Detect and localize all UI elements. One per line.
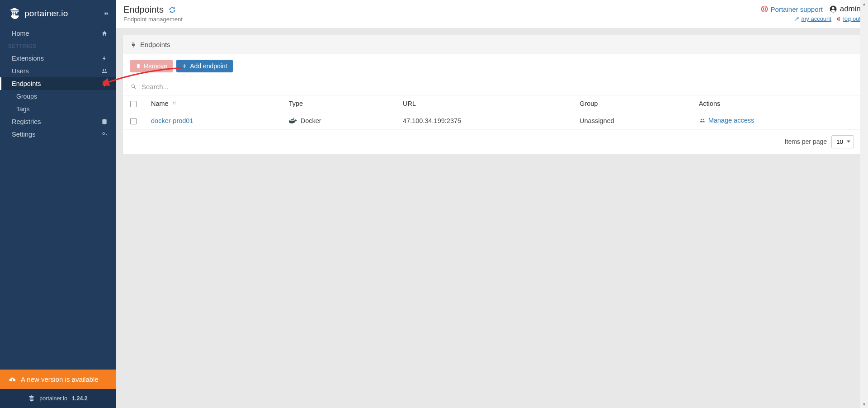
sidebar-item-label: Users [12, 67, 29, 75]
footer-version: 1.24.2 [72, 395, 88, 402]
user-badge: admin [829, 5, 861, 14]
endpoint-url: 47.100.34.199:2375 [403, 117, 461, 124]
log-out-link[interactable]: log out [836, 15, 861, 22]
panel-title: Endpoints [140, 41, 170, 48]
cogs-icon [101, 131, 108, 138]
table-header-row: Name Type URL Group Actions [123, 95, 861, 112]
life-ring-icon [761, 5, 768, 13]
scroll-up-icon[interactable]: ▲ [860, 0, 868, 8]
sidebar-footer: portainer.io 1.24.2 [0, 389, 116, 408]
plus-icon [182, 63, 187, 69]
trash-icon [136, 63, 141, 69]
add-endpoint-button[interactable]: Add endpoint [176, 60, 233, 72]
sidebar-item-label: Extensions [12, 55, 44, 62]
portainer-logo-icon [9, 6, 21, 21]
user-circle-icon [829, 5, 837, 13]
sidebar-toggle-icon[interactable] [103, 10, 110, 17]
toolbar: Remove Add endpoint [123, 54, 861, 78]
username: admin [840, 5, 861, 14]
search-input[interactable] [142, 83, 854, 90]
col-actions: Actions [692, 95, 861, 112]
content: Endpoints Remove Add endpoint [116, 28, 868, 161]
endpoint-group: Unassigned [580, 117, 614, 124]
row-checkbox[interactable] [130, 118, 137, 124]
sidebar-item-registries[interactable]: Registries [0, 115, 116, 128]
update-notice-label: A new version is available [21, 375, 99, 383]
wrench-icon [794, 16, 799, 22]
items-per-page-select[interactable]: 10 [831, 135, 854, 148]
col-group[interactable]: Group [572, 95, 692, 112]
endpoints-table: Name Type URL Group Actions [123, 95, 861, 130]
users-icon [101, 68, 108, 74]
sidebar-item-label: Settings [12, 131, 35, 138]
database-icon [101, 119, 108, 125]
main: Endpoints Endpoint management Portainer … [116, 0, 868, 408]
sidebar-section-settings: SETTINGS [0, 40, 116, 52]
endpoint-name-link[interactable]: docker-prod01 [151, 117, 193, 124]
page-subtitle: Endpoint management [123, 16, 183, 23]
sidebar-item-tags[interactable]: Tags [0, 103, 116, 115]
sidebar-item-groups[interactable]: Groups [0, 90, 116, 103]
sign-out-icon [836, 16, 841, 22]
support-link-label: Portainer support [771, 5, 823, 13]
search-row [123, 78, 861, 95]
sidebar-item-endpoints[interactable]: Endpoints [0, 77, 116, 90]
sidebar-item-label: Registries [12, 118, 41, 125]
brand-logo[interactable]: portainer.io [0, 0, 116, 27]
sidebar-item-label: Home [12, 30, 29, 37]
header: Endpoints Endpoint management Portainer … [116, 0, 868, 28]
cloud-download-icon [8, 376, 16, 383]
brand-name: portainer.io [24, 9, 68, 19]
plug-icon [101, 81, 108, 87]
update-notice[interactable]: A new version is available [0, 370, 116, 389]
col-url[interactable]: URL [396, 95, 572, 112]
users-icon [699, 118, 706, 123]
sidebar-item-extensions[interactable]: Extensions [0, 52, 116, 65]
home-icon [101, 30, 108, 37]
sidebar: portainer.io Home SETTINGS Extensions Us… [0, 0, 116, 408]
support-link[interactable]: Portainer support [761, 5, 823, 13]
sidebar-item-settings[interactable]: Settings [0, 128, 116, 141]
manage-access-label: Manage access [708, 117, 755, 124]
sidebar-item-label: Tags [16, 105, 30, 113]
refresh-icon[interactable] [168, 6, 176, 14]
my-account-label: my account [801, 15, 831, 22]
log-out-label: log out [843, 15, 861, 22]
page-title: Endpoints [123, 5, 164, 15]
bolt-icon [101, 55, 108, 62]
endpoint-type: Docker [301, 117, 321, 124]
sidebar-item-home[interactable]: Home [0, 27, 116, 40]
endpoints-panel: Endpoints Remove Add endpoint [123, 35, 862, 154]
sort-icon [171, 100, 177, 106]
docker-icon [289, 118, 297, 124]
add-button-label: Add endpoint [190, 62, 227, 70]
search-icon [130, 83, 137, 90]
portainer-logo-small-icon [28, 394, 35, 403]
manage-access-link[interactable]: Manage access [699, 117, 755, 124]
plug-icon [130, 42, 137, 48]
table-footer: Items per page 10 [123, 130, 861, 154]
footer-brand: portainer.io [39, 395, 67, 402]
sidebar-item-label: Groups [16, 93, 37, 100]
col-type[interactable]: Type [282, 95, 396, 112]
table-row: docker-prod01 Docker 47.100.34.199:2375 [123, 112, 861, 130]
remove-button[interactable]: Remove [130, 60, 173, 72]
select-all-checkbox[interactable] [130, 101, 137, 107]
items-per-page-label: Items per page [785, 138, 827, 145]
remove-button-label: Remove [144, 62, 167, 70]
vertical-scrollbar[interactable]: ▲ ▼ [860, 0, 868, 408]
my-account-link[interactable]: my account [794, 15, 831, 22]
sidebar-menu: Home SETTINGS Extensions Users Endpoints [0, 27, 116, 370]
sidebar-item-label: SETTINGS [8, 43, 36, 49]
sidebar-item-users[interactable]: Users [0, 65, 116, 77]
sidebar-item-label: Endpoints [12, 80, 41, 87]
scroll-down-icon[interactable]: ▼ [860, 400, 868, 408]
col-name[interactable]: Name [144, 95, 282, 112]
panel-header: Endpoints [123, 35, 861, 54]
